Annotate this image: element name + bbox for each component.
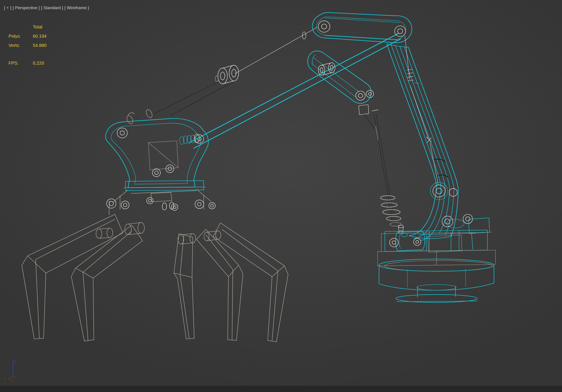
world-axis-gizmo: z y x — [3, 358, 27, 382]
piston-rod — [374, 114, 395, 225]
stats-polys-row: Polys: 60.194 — [9, 32, 47, 41]
viewport-pov-menu[interactable]: [ Perspective ] — [12, 5, 40, 10]
stats-verts-row: Verts: 54.880 — [9, 41, 47, 50]
viewport-shading-menu[interactable]: [ Wireframe ] — [65, 5, 89, 10]
arm-top-link — [313, 12, 412, 43]
bottom-bar — [0, 386, 562, 392]
stats-fps-label: FPS: — [9, 59, 31, 68]
axis-z-label: z — [15, 360, 16, 363]
stats-fps-value: 0,220 — [33, 59, 47, 68]
viewport[interactable]: [ + ] [ Perspective ] [ Standard ] [ Wir… — [0, 0, 562, 392]
hydraulic-rods — [153, 27, 401, 148]
axis-y-label: y — [4, 377, 6, 380]
claw-wireframe — [22, 109, 288, 342]
base-pedestal — [378, 218, 495, 302]
stats-verts-label: Verts: — [9, 41, 31, 50]
wireframe-model — [0, 0, 562, 392]
axis-x-label: x — [8, 377, 10, 381]
arm-mount — [105, 118, 208, 190]
statistics-overlay: Total Polys: 60.194 Verts: 54.880 FPS: 0… — [9, 22, 47, 68]
threaded-rods — [372, 36, 438, 185]
stats-polys-label: Polys: — [9, 32, 31, 41]
stats-polys-value: 60.194 — [33, 32, 47, 41]
pulley-discs — [215, 65, 239, 84]
viewport-label: [ + ] [ Perspective ] [ Standard ] [ Wir… — [4, 5, 89, 10]
stats-total-row: Total — [9, 22, 47, 32]
stats-fps-row: FPS: 0,220 — [9, 59, 47, 68]
arm-mid-link — [308, 51, 375, 129]
claw-bolts — [106, 197, 215, 210]
base-bracket — [390, 231, 425, 251]
viewport-standard-menu[interactable]: [ Standard ] — [41, 5, 63, 10]
viewport-general-menu[interactable]: [ + ] — [4, 5, 11, 10]
stats-verts-value: 54.880 — [33, 41, 47, 50]
washer-stack — [381, 196, 404, 234]
arm-main-member — [387, 44, 464, 241]
stats-total-label: Total — [33, 22, 47, 32]
